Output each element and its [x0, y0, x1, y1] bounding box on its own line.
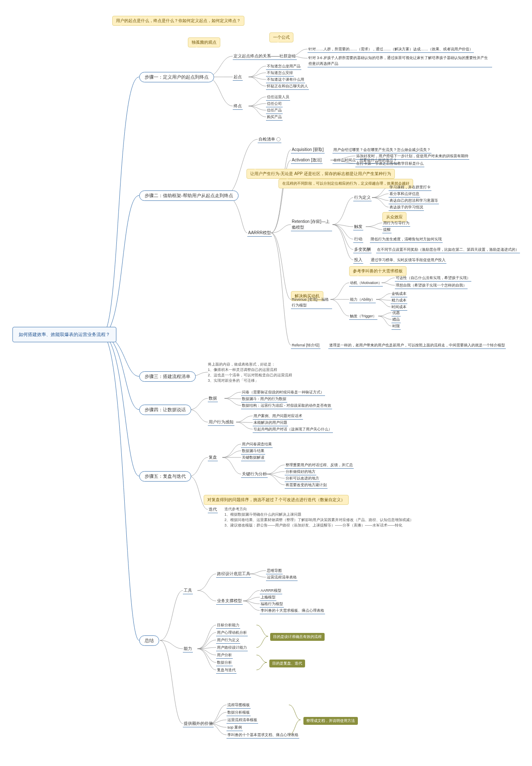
list-item: 思维导图 [266, 568, 283, 574]
list-item: 用户分析 [216, 652, 233, 659]
s3-body: 将上面的内容，做成表格形式，好处是： 1、像搭积木一样灵活调整自己的运营流程 2… [208, 362, 316, 383]
list-item: 金钱成本 [391, 291, 407, 297]
s1-formula: 针对……人群，所需要的……（需求），通过……（解决方案）达成……（效果、或者说用… [308, 46, 474, 53]
sum-t2[interactable]: 业务支撑模型 [216, 598, 243, 605]
s2-rev[interactable]: Revenue [变现]—福格行为模型 [291, 297, 332, 309]
list-item: 整理重要用户的对话过程、反馈，并汇总 [285, 462, 354, 469]
list-item: 不知道怎么安排 [266, 70, 294, 77]
list-item: 李叫兽的十大需求模板、痛点心理表格 [260, 608, 325, 614]
ability-note2: 目的是复盘、迭代 [269, 660, 305, 667]
list-item: 用户行为定义 [216, 637, 240, 644]
list-item: 将需要改变的地方建计划 [285, 482, 328, 489]
list-item: 用户问卷调查结果 [241, 441, 273, 448]
sum-extra[interactable]: 提供额外的价值 [183, 721, 214, 727]
s2-ref[interactable]: Referral [转介绍] [291, 342, 320, 349]
s2-mot[interactable]: 动机（Motivation） [349, 280, 383, 287]
list-item: 怀疑正在和自己聊天的人 [266, 83, 309, 90]
s2-act-a: 添加好友时，用户滑墙下一步计划，促使用户对未来的训练营有期待 [355, 153, 469, 160]
list-item: 未能解决的用户问题 [253, 420, 288, 426]
list-item: 优惠 [392, 310, 401, 316]
s2-tri[interactable]: 触发（Trigger） [349, 313, 377, 320]
list-item: AARRR模型 [260, 588, 282, 594]
list-item: 不知道这个课有什么用 [266, 77, 305, 83]
list-item: 数据结构：运营行为追踪 - 对假设采取的动作是否有效 [241, 403, 332, 409]
s2-check[interactable]: 自检清单 [258, 136, 281, 143]
s4-ub[interactable]: 用户行为感知 [208, 419, 234, 426]
s5-iter[interactable]: 迭代 [208, 507, 218, 513]
list-item: 复盘与迭代 [216, 667, 236, 674]
list-item: 关键数据解读 [241, 455, 265, 461]
root-node[interactable]: 如何搭建效率、效能双爆表的运营业务流程？ [12, 327, 116, 342]
list-item: 精力成本 [391, 297, 407, 304]
list-item: 看分享和点评信息 [389, 191, 420, 198]
s2-ref-t: 道理是一样的，老用户带来的用户也是新用户，可以按照上面的流程走，中间需要插入的就… [328, 342, 506, 349]
list-item: 时限 [392, 323, 401, 330]
list-item: 不知道怎么使用产品 [266, 63, 301, 70]
list-item: 用行为引导行为 [382, 220, 410, 227]
step5[interactable]: 步骤五：复盘与迭代 [139, 471, 191, 482]
list-item: 信任运营人员 [266, 94, 290, 101]
ability-note1: 目的是设计准确且有效的流程 [270, 633, 325, 641]
s2-bdef[interactable]: 行为定义 [353, 195, 372, 201]
step4[interactable]: 步骤四：让数据说话 [139, 405, 191, 415]
s1-end[interactable]: 终点 [233, 103, 243, 110]
s2-abi[interactable]: 能力（Ability） [349, 297, 376, 303]
list-item: 李叫兽的十个基本需求文档、痛点心理表格 [227, 732, 299, 739]
step1[interactable]: 步骤一：定义用户的起点到终点 [139, 72, 214, 82]
s2-reward[interactable]: 多变奖酬 [353, 247, 372, 253]
s2-reward-t: 在不同节点设置不同奖励（激励需合理，比如在第二、第四天设置，激励是递进式的） [376, 247, 520, 253]
s5-review[interactable]: 复盘 [208, 455, 218, 461]
s1-example: 针对 3-6 岁孩子人群所需要的基础认知的培养，通过抹茶可视化让家长了解培养孩子… [308, 55, 492, 67]
s2-act-b: 在打卡第一节课之后告知教学目标是什么 [355, 161, 424, 167]
list-item: 用户心理动机分析 [216, 630, 248, 636]
extra-note: 整理成文档，并说明使用方法 [303, 717, 358, 725]
callout-opinion: 独孤菌的观点 [188, 37, 220, 47]
list-item: 福格行为模型 [260, 601, 284, 608]
s5-iter-body: 迭代参考方向 1、根据数据漏斗明确在什么的问解决上课问题 2、根据问卷结果、运营… [224, 507, 416, 528]
list-item: 上瘾模型 [260, 594, 276, 601]
list-item: 赠品 [392, 316, 401, 323]
list-item: 数据漏斗结果 [241, 448, 265, 455]
sum-t1[interactable]: 路径设计底层工具 [216, 571, 251, 578]
s2-acq[interactable]: Acquisition [获取] [291, 147, 325, 153]
list-item: 分析做得好的地方 [285, 469, 316, 475]
s2-trig[interactable]: 触发 [353, 224, 363, 230]
list-item: 表达自己的想法和学习意愿等 [389, 198, 439, 204]
list-item: 可达性（自己什么没有实现，希望孩子实现） [395, 275, 471, 282]
list-item: sop 案例 [227, 724, 243, 731]
summary[interactable]: 总结 [139, 635, 159, 646]
list-item: 用户案例、用户问题对应话术 [253, 413, 303, 420]
step2[interactable]: 步骤二：借助框架-帮助用户从起点走到终点 [139, 190, 239, 201]
list-item: 信任公司 [266, 101, 283, 107]
s4-data[interactable]: 数据 [208, 395, 218, 402]
s1-pos[interactable]: 定义起点终点的关系——社群定位 [233, 53, 297, 60]
list-item: 购买产品 [266, 114, 283, 121]
s2-invest[interactable]: 投入 [353, 257, 363, 264]
list-item: 学习课程，并在群里打卡 [389, 184, 431, 191]
callout-review: 对复盘得到的问题排序，挑选不超过 7 个可改进点进行迭代（数量自定义） [204, 495, 349, 505]
callout-start-end: 用户的起点是什么，终点是什么？你如何定义起点，如何定义终点？ [112, 16, 244, 26]
s5-kb[interactable]: 关键行为分析 [241, 471, 268, 478]
list-item: 目标分析能力 [216, 622, 240, 629]
s2-ret[interactable]: Retention [存留]—上瘾模型 [291, 219, 332, 231]
s2-aarrr[interactable]: AARRR模型 [247, 230, 272, 237]
step3[interactable]: 步骤三：搭建流程清单 [139, 371, 196, 382]
s2-acq-t: 用户会经过哪里？会在哪里产生流失？怎么做会减少流失？ [332, 147, 431, 153]
list-item: 理想自我（希望孩子实现一个怎样的自我） [395, 282, 468, 289]
list-item: 问卷（需要验证假设的时候问卷是一种验证方式） [241, 389, 325, 396]
callout-formula: 一个公式 [269, 32, 293, 42]
sum-ability[interactable]: 能力 [183, 646, 193, 652]
list-item: 分析可以改进的地方 [285, 475, 320, 482]
list-item: 运营流程清单表格 [266, 574, 298, 581]
s2-action-t: 降低行为发生难度，清晰告知对方如何实现 [370, 236, 443, 243]
sum-tools[interactable]: 工具 [183, 588, 193, 594]
s2-action[interactable]: 行动 [353, 236, 363, 243]
s2-act[interactable]: Activation [激活] [291, 157, 323, 164]
list-item: 流程导图模板 [227, 702, 251, 709]
list-item: 用户路径设计能力 [216, 645, 248, 651]
s2-invest-t: 通过学习榜单、实时反馈等手段促使用户投入 [370, 257, 446, 264]
s1-start[interactable]: 起点 [233, 74, 243, 81]
list-item: 引起共鸣的用户对话（这体现了用户关心什么） [253, 426, 333, 433]
list-item: 数据分析 [216, 660, 233, 666]
list-item: 运营流程清单模板 [227, 717, 258, 724]
